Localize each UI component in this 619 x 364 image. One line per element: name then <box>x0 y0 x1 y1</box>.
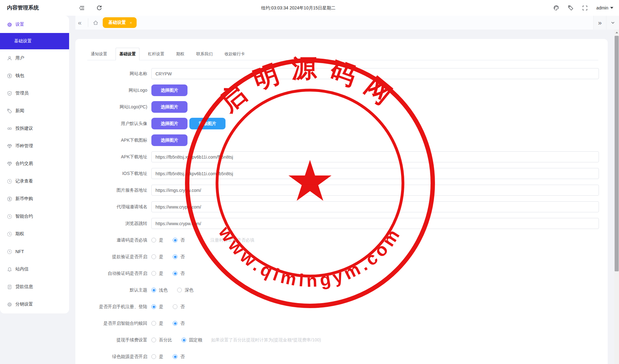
choose-image-button[interactable]: 选择图片 <box>151 118 187 129</box>
radio-option-yes[interactable]: 是 <box>151 237 163 243</box>
apk-download-url-input[interactable] <box>151 151 599 162</box>
scrollbar[interactable] <box>614 30 619 364</box>
radio-option-yes[interactable]: 是 <box>151 321 163 326</box>
radio-icon[interactable] <box>151 321 156 326</box>
sidebar-item-smart-contract[interactable]: 智能合约 <box>0 208 69 225</box>
choose-image-button[interactable]: 选择图片 <box>151 84 187 96</box>
field-label: 邀请码是否必填 <box>75 237 147 243</box>
field-label: 网站名称 <box>75 71 147 77</box>
sidebar-item-users[interactable]: 用户 <box>0 49 69 67</box>
sidebar-item-records[interactable]: 记录查看 <box>0 172 69 190</box>
radio-icon[interactable] <box>151 238 156 242</box>
form-row-smart-contract-redeem: 是否开启智能合约赎回 是 否 <box>75 315 608 332</box>
radio-option-fixed[interactable]: 固定额 <box>182 337 202 343</box>
image-server-url-input[interactable] <box>151 185 599 196</box>
radio-option-yes[interactable]: 是 <box>151 354 163 360</box>
scroll-right-icon[interactable]: » <box>593 16 606 30</box>
radio-option-no[interactable]: 否 <box>173 237 185 243</box>
radio-icon[interactable] <box>173 354 177 359</box>
user-menu[interactable]: admin <box>596 5 613 10</box>
choose-image-button[interactable]: 选择图片 <box>151 134 187 146</box>
radio-option-yes[interactable]: 是 <box>151 304 163 310</box>
sidebar-item-label: 基础设置 <box>14 38 32 44</box>
radio-icon[interactable] <box>173 271 177 276</box>
gear-icon <box>7 302 12 307</box>
radio-option-percent[interactable]: 百分比 <box>151 337 172 343</box>
form-row-invite-code-required: 邀请码是否必填 是 否 注册时验证码是否必填 <box>75 232 608 248</box>
site-name-input[interactable] <box>151 68 599 79</box>
radio-icon[interactable] <box>173 254 177 259</box>
radio-option-no[interactable]: 否 <box>173 321 185 326</box>
field-label: 浏览器跳转 <box>75 221 147 226</box>
sidebar-item-loan-info[interactable]: 贷款信息 <box>0 278 69 296</box>
radio-option-light[interactable]: 浅色 <box>151 287 168 293</box>
collapse-menu-icon[interactable] <box>78 4 86 12</box>
radio-option-no[interactable]: 否 <box>173 304 185 310</box>
sidebar-item-news[interactable]: 新闻 <box>0 102 69 120</box>
form-row-phone-register: 是否开启手机注册、登陆 是 否 <box>75 298 608 315</box>
radio-icon[interactable] <box>173 304 177 309</box>
sidebar-item-settings[interactable]: 设置 <box>0 16 69 33</box>
radio-icon[interactable] <box>177 288 182 292</box>
radio-option-no[interactable]: 否 <box>173 271 185 276</box>
tab-basic-settings[interactable]: 基础设置 <box>116 48 139 60</box>
sidebar-item-basic-settings[interactable]: 基础设置 <box>0 33 69 49</box>
tag-menu-chevron-icon[interactable] <box>606 16 619 30</box>
tag-icon[interactable] <box>567 5 574 11</box>
radio-option-dark[interactable]: 深色 <box>177 287 193 293</box>
radio-icon[interactable] <box>151 338 156 342</box>
scrollbar-up-arrow[interactable] <box>614 30 619 35</box>
clock-text: 纽约:03:03:34 2024年10月15日星期二 <box>198 0 399 16</box>
sidebar-item-feedback[interactable]: 投拆建议 <box>0 120 69 137</box>
sidebar-item-nft[interactable]: NFT <box>0 243 69 260</box>
field-label: 网站Logo <box>75 88 147 93</box>
field-label: 提现手续费设置 <box>75 337 147 343</box>
tab-tag-basic-settings[interactable]: 基础设置 × <box>103 17 137 28</box>
browser-redirect-input[interactable] <box>151 218 599 229</box>
tab-receiving-bank-card[interactable]: 收款银行卡 <box>221 48 248 60</box>
agent-invite-domain-input[interactable] <box>151 201 599 212</box>
palette-icon[interactable] <box>553 5 559 11</box>
radio-option-no[interactable]: 否 <box>173 354 185 360</box>
sidebar-item-options[interactable]: 期权 <box>0 225 69 243</box>
field-hint: 如果设置了百分比提现时计算为(提现金额*提现费率/100) <box>211 337 321 343</box>
radio-icon[interactable] <box>151 304 156 309</box>
sidebar-item-new-coin-subscribe[interactable]: 新币申购 <box>0 190 69 208</box>
scrollbar-thumb[interactable] <box>615 36 619 271</box>
sidebar-item-contract-trading[interactable]: 合约交易 <box>0 155 69 172</box>
sidebar-item-coin-management[interactable]: 币种管理 <box>0 137 69 155</box>
sidebar-item-admins[interactable]: 管理员 <box>0 84 69 102</box>
settings-tabs: 通知设置 基础设置 杠杆设置 期权 联系我们 收款银行卡 <box>87 48 598 60</box>
choose-image-button[interactable]: 选择图片 <box>151 101 187 113</box>
radio-icon[interactable] <box>173 238 177 242</box>
clock-icon <box>7 231 12 237</box>
radio-icon[interactable] <box>151 288 156 292</box>
sidebar-item-label: 币种管理 <box>15 143 33 149</box>
tab-leverage-settings[interactable]: 杠杆设置 <box>144 48 168 60</box>
tab-options[interactable]: 期权 <box>173 48 188 60</box>
tab-notification-settings[interactable]: 通知设置 <box>87 48 111 60</box>
ios-download-url-input[interactable] <box>151 168 599 179</box>
sidebar-item-distribution-settings[interactable]: 分销设置 <box>0 296 69 313</box>
radio-icon[interactable] <box>151 254 156 259</box>
sidebar-item-site-messages[interactable]: 站内信 <box>0 260 69 278</box>
clear-image-button[interactable]: 清除图片 <box>189 118 225 129</box>
close-icon[interactable]: × <box>130 20 132 25</box>
scroll-left-icon[interactable]: « <box>78 18 82 27</box>
radio-icon[interactable] <box>151 271 156 276</box>
radio-icon[interactable] <box>173 321 177 326</box>
home-icon[interactable] <box>92 18 99 27</box>
tab-contact-us[interactable]: 联系我们 <box>193 48 216 60</box>
radio-option-yes[interactable]: 是 <box>151 271 163 276</box>
sidebar-item-wallet[interactable]: 钱包 <box>0 67 69 84</box>
sidebar-item-label: 新闻 <box>15 108 24 114</box>
gem-icon <box>7 144 12 149</box>
radio-option-yes[interactable]: 是 <box>151 254 163 260</box>
fullscreen-icon[interactable] <box>582 5 588 11</box>
form-row-auto-captcha: 自动验证码是否开启 是 否 <box>75 265 608 282</box>
refresh-icon[interactable] <box>95 4 103 12</box>
field-label: 默认主题 <box>75 287 147 293</box>
radio-icon[interactable] <box>151 354 156 359</box>
radio-icon[interactable] <box>182 338 186 342</box>
radio-option-no[interactable]: 否 <box>173 254 185 260</box>
